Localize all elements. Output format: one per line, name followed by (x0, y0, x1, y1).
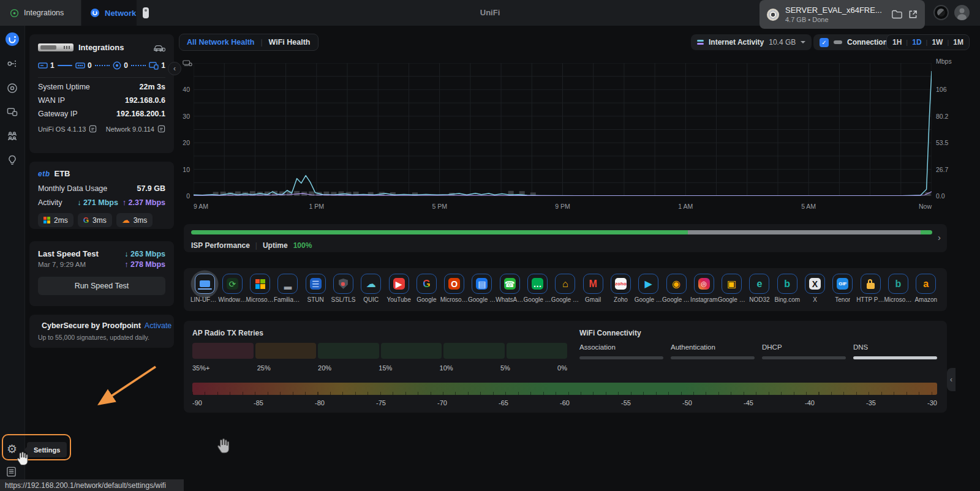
right-panel-collapse-tab[interactable]: ‹ (947, 368, 956, 391)
sidebar-item-radios[interactable] (5, 81, 20, 96)
lightbulb-icon (6, 154, 18, 167)
folder-icon[interactable] (892, 10, 902, 19)
wifi-column-bar (579, 356, 663, 359)
tx-retries-label: 15% (379, 364, 392, 372)
settings-button[interactable]: ⚙ (7, 443, 17, 455)
sidebar-item-clients[interactable] (5, 129, 20, 143)
integrations-settings-icon[interactable] (154, 43, 165, 52)
app-tenor[interactable]: GIFTenor (829, 272, 856, 303)
sidebar-item-port-manager[interactable] (5, 56, 20, 71)
tab-all-network-health[interactable]: All Network Health (187, 38, 254, 47)
tab-wifi-health[interactable]: WiFi Health (269, 38, 311, 47)
app-http-pro[interactable]: HTTP Pro... (857, 272, 884, 303)
connections-label: Connections (847, 38, 892, 47)
app-label-nod32: NOD32 (749, 296, 769, 303)
sidebar-item-unifi-active[interactable] (5, 32, 20, 47)
connections-checkbox[interactable]: ✓ (820, 38, 829, 47)
ping-chip-cloudflare[interactable]: ☁ 3ms (116, 213, 153, 227)
app-google-c[interactable]: …Google C... (524, 272, 551, 303)
sidebar-item-devices[interactable] (5, 105, 20, 119)
cybersecure-activate-link[interactable]: Activate (145, 321, 172, 330)
app-google-d[interactable]: ▤Google D... (469, 272, 496, 303)
app-quic[interactable]: ☁QUIC (358, 272, 385, 303)
isp-expand-chevron[interactable]: › (938, 232, 941, 242)
range-separator: | (906, 39, 908, 46)
app-microsoft[interactable]: bMicrosoft... (884, 272, 911, 303)
app-gmail[interactable]: MGmail (579, 272, 606, 303)
app-glyph: b (895, 279, 902, 289)
app-google-a[interactable]: ◉Google A... (663, 272, 690, 303)
rssi-block: -90-85-80-75-70-65-60-55-50-45-40-35-30 (192, 383, 937, 407)
wifi-column-dns: DNS (853, 343, 937, 359)
wifi-column-label: DNS (853, 343, 937, 351)
app-youtube[interactable]: ▶YouTube (385, 272, 412, 303)
isp-performance-segment-2 (921, 230, 932, 234)
app-glyph: ☎ (504, 278, 516, 290)
app-glyph: e (756, 279, 762, 289)
app-familiate[interactable]: ▂FamiliaTe... (274, 272, 301, 303)
y-axis-left-tick: 20 (179, 139, 190, 146)
panel-collapse-button[interactable]: ‹ (168, 62, 181, 75)
ping-chip-google[interactable]: G 3ms (78, 213, 112, 227)
app-ssl-tls[interactable]: SSL/TLS (330, 272, 356, 303)
app-amazon[interactable]: aAmazon (913, 272, 940, 303)
sidebar-item-insights[interactable] (5, 153, 20, 168)
ping-chip-microsoft[interactable]: 2ms (38, 213, 74, 227)
download-toast[interactable]: SERVER_EVAL_x64FRE... 4.7 GB • Done (760, 0, 925, 29)
microsoft-logo-glyph (255, 279, 265, 289)
app-microsoft[interactable]: Microsoft... (247, 272, 274, 303)
range-button-1m[interactable]: 1M (953, 38, 963, 47)
range-button-1d[interactable]: 1D (912, 38, 921, 47)
app-glyph: zoho (615, 278, 627, 290)
avatar[interactable] (954, 5, 970, 20)
app-bing-com[interactable]: bBing.com (774, 272, 801, 303)
connections-toggle[interactable]: ✓ Connections (813, 34, 898, 50)
isp-performance-bar (191, 230, 932, 234)
extension-icon[interactable] (933, 5, 949, 20)
activity-plot[interactable] (194, 63, 932, 196)
time-range-group: 1H|1D|1W|1M (886, 34, 970, 50)
shield-lock-glyph (339, 279, 348, 289)
app-glyph: ☁ (366, 279, 376, 289)
app-google-pl[interactable]: ▶Google Pl... (635, 272, 662, 303)
app-google-st[interactable]: ⌂Google St... (552, 272, 579, 303)
status-url: https://192.168.200.1/network/default/se… (5, 481, 166, 490)
app-google-u[interactable]: ▣Google U... (718, 272, 745, 303)
internet-activity-selector[interactable]: Internet Activity 10.4 GB (691, 34, 812, 50)
app-nod32[interactable]: eNOD32 (746, 272, 773, 303)
topology-row: 1 0 0 1 (38, 61, 165, 70)
app-zoho[interactable]: zohoZoho (607, 272, 634, 303)
app-x[interactable]: XX (802, 272, 829, 303)
y-axis-right-tick: 106 (936, 86, 947, 93)
toast-texts: SERVER_EVAL_x64FRE... 4.7 GB • Done (785, 6, 886, 23)
app-instagram[interactable]: ◎Instagram (690, 272, 717, 303)
client-count: 1 (161, 61, 165, 70)
uptime-row: System Uptime 22m 3s (38, 83, 165, 91)
app-whatsapp[interactable]: ☎WhatsApp (496, 272, 523, 303)
usage-label: Monthly Data Usage (38, 184, 107, 193)
open-external-icon[interactable] (908, 10, 918, 19)
app-windows[interactable]: ⟳Windows ... (219, 272, 246, 303)
range-button-1h[interactable]: 1H (892, 38, 902, 47)
network-version-chip[interactable]: Network 9.0.114 (106, 125, 165, 133)
wan-ip-value: 192.168.0.6 (125, 96, 165, 105)
wifi-column-bar (671, 356, 755, 359)
topology-link-solid (58, 65, 72, 66)
run-speed-test-button[interactable]: Run Speed Test (38, 277, 165, 295)
rssi-tick-label: -85 (254, 399, 263, 407)
app-glyph: ⟳ (227, 278, 238, 290)
app-glyph: ▶ (393, 278, 405, 290)
app-google[interactable]: GGoogle (413, 272, 440, 303)
app-label-familiate: FamiliaTe... (274, 296, 302, 303)
app-glyph-char: ▤ (478, 280, 486, 288)
app-microsoft[interactable]: OMicrosoft... (441, 272, 468, 303)
tab-separator: | (260, 38, 262, 47)
app-stun[interactable]: ☰STUN (302, 272, 329, 303)
system-log-button[interactable] (6, 467, 17, 477)
app-label-windows: Windows ... (218, 296, 246, 303)
os-version-chip[interactable]: UniFi OS 4.1.13 (38, 125, 97, 133)
app-label-google-st: Google St... (551, 296, 579, 303)
range-button-1w[interactable]: 1W (932, 38, 943, 47)
traffic-apps-row: LIN-UFH...⟳Windows ...Microsoft...▂Famil… (184, 268, 947, 311)
app-lin-ufh[interactable]: LIN-UFH... (191, 272, 218, 303)
